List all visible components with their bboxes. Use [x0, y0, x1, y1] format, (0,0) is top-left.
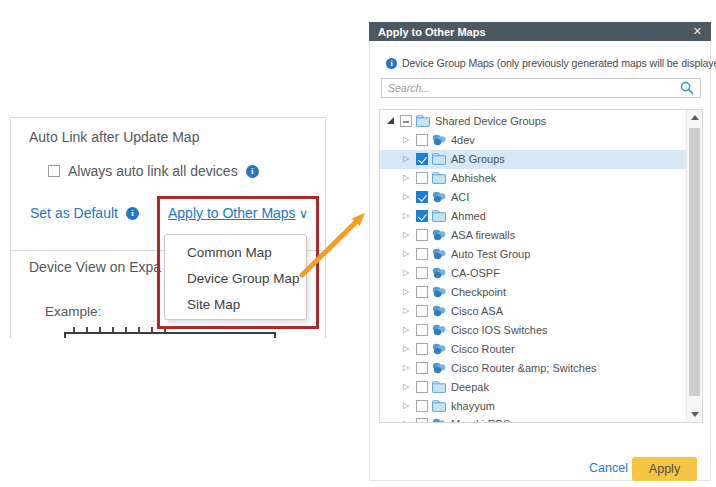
search-icon[interactable]: [680, 81, 694, 95]
folder-icon: [432, 210, 447, 222]
tree-item-label: ACI: [451, 191, 469, 203]
scrollbar-thumb[interactable]: [689, 128, 700, 396]
tree-item-ab-groups[interactable]: ▷AB Groups: [380, 150, 687, 169]
tree-item-label: Meraki-RPS: [451, 418, 510, 422]
tree-item-checkpoint[interactable]: ▷Checkpoint: [380, 282, 687, 301]
expand-toggle-icon[interactable]: ▷: [400, 250, 412, 258]
tree-item-ca-ospf[interactable]: ▷CA-OSPF: [380, 264, 687, 283]
expand-toggle-icon[interactable]: ▷: [400, 326, 412, 334]
section-title: Auto Link after Update Map: [29, 129, 199, 145]
tree-item-meraki-rps[interactable]: ▷Meraki-RPS: [380, 415, 687, 422]
expand-toggle-icon[interactable]: ▷: [400, 136, 412, 144]
set-as-default-link[interactable]: Set as Default: [30, 205, 118, 221]
search-box: [381, 78, 701, 98]
auto-link-checkbox[interactable]: [48, 165, 60, 177]
apply-to-other-maps-modal: Apply to Other Maps ✕ Device Group Maps …: [369, 22, 711, 481]
collapse-toggle-icon[interactable]: [384, 117, 396, 126]
checkbox-unchecked[interactable]: [416, 286, 428, 298]
tree-item-4dev[interactable]: ▷4dev: [380, 131, 687, 150]
modal-info-row: Device Group Maps (only previously gener…: [386, 57, 704, 69]
expand-toggle-icon[interactable]: ▷: [400, 420, 412, 422]
expand-toggle-icon[interactable]: ▷: [400, 402, 412, 410]
info-icon[interactable]: [246, 165, 259, 178]
apply-button[interactable]: Apply: [632, 457, 697, 481]
tree-item-deepak[interactable]: ▷Deepak: [380, 377, 687, 396]
auto-link-checkbox-label: Always auto link all devices: [68, 163, 238, 179]
tree-item-label: Deepak: [451, 381, 489, 393]
tree-item-abhishek[interactable]: ▷Abhishek: [380, 169, 687, 188]
expand-toggle-icon[interactable]: ▷: [400, 364, 412, 372]
checkbox-unchecked[interactable]: [416, 324, 428, 336]
tree-item-label: khayyum: [451, 400, 495, 412]
screenshot-canvas: Auto Link after Update Map Always auto l…: [0, 0, 716, 487]
search-input[interactable]: [382, 82, 680, 94]
tree-item-label: Auto Test Group: [451, 248, 530, 260]
folder-icon: [416, 115, 431, 127]
cancel-button[interactable]: Cancel: [589, 461, 628, 475]
tree-item-auto-test-group[interactable]: ▷Auto Test Group: [380, 245, 687, 264]
expand-toggle-icon[interactable]: ▷: [400, 231, 412, 239]
scroll-up-icon[interactable]: [691, 115, 699, 120]
example-label: Example:: [45, 304, 101, 319]
expand-toggle-icon[interactable]: ▷: [400, 269, 412, 277]
expand-toggle-icon[interactable]: ▷: [400, 155, 412, 163]
checkbox-unchecked[interactable]: [416, 418, 428, 422]
tree-scrollbar[interactable]: [686, 110, 702, 422]
checkbox-checked[interactable]: [416, 210, 428, 222]
expand-toggle-icon[interactable]: ▷: [400, 307, 412, 315]
folder-icon: [432, 172, 447, 184]
tree-item-khayyum[interactable]: ▷khayyum: [380, 396, 687, 415]
checkbox-unchecked[interactable]: [416, 229, 428, 241]
modal-header: Apply to Other Maps ✕: [369, 22, 711, 41]
checkbox-unchecked[interactable]: [416, 172, 428, 184]
tree-item-label: Cisco Router &amp; Switches: [451, 362, 597, 374]
checkbox-unchecked[interactable]: [416, 248, 428, 260]
checkbox-unchecked[interactable]: [416, 400, 428, 412]
tree-item-cisco-asa[interactable]: ▷Cisco ASA: [380, 301, 687, 320]
group-icon: [432, 248, 447, 260]
chevron-down-icon: ∨: [299, 206, 309, 221]
tree-item-asa-firewalls[interactable]: ▷ASA firewalls: [380, 226, 687, 245]
group-icon: [432, 191, 447, 203]
checkbox-unchecked[interactable]: [416, 362, 428, 374]
tree-item-label: Shared Device Groups: [435, 115, 546, 127]
close-icon[interactable]: ✕: [693, 26, 702, 37]
apply-to-other-maps-link[interactable]: Apply to Other Maps ∨: [168, 205, 308, 221]
device-group-tree: Shared Device Groups▷4dev▷AB Groups▷Abhi…: [379, 109, 703, 423]
device-view-section-title: Device View on Expa: [29, 259, 161, 275]
tree-item-cisco-router[interactable]: ▷Cisco Router: [380, 339, 687, 358]
expand-toggle-icon[interactable]: ▷: [400, 193, 412, 201]
example-image: [64, 332, 276, 338]
expand-toggle-icon[interactable]: ▷: [400, 174, 412, 182]
group-icon: [432, 286, 447, 298]
info-icon: [386, 58, 397, 69]
tree-item-label: Checkpoint: [451, 286, 506, 298]
expand-toggle-icon[interactable]: ▷: [400, 345, 412, 353]
checkbox-unchecked[interactable]: [416, 343, 428, 355]
checkbox-checked[interactable]: [416, 191, 428, 203]
auto-link-checkbox-row: Always auto link all devices: [48, 163, 259, 179]
checkbox-unchecked[interactable]: [416, 381, 428, 393]
apply-to-other-maps-label: Apply to Other Maps: [168, 205, 296, 221]
scroll-down-icon[interactable]: [691, 412, 699, 417]
checkbox-unchecked[interactable]: [416, 267, 428, 279]
tree-item-aci[interactable]: ▷ACI: [380, 188, 687, 207]
menu-item-common-map[interactable]: Common Map: [165, 240, 306, 266]
checkbox-unchecked[interactable]: [416, 305, 428, 317]
checkbox-checked[interactable]: [416, 153, 428, 165]
tree-item-cisco-router-amp-switches[interactable]: ▷Cisco Router &amp; Switches: [380, 358, 687, 377]
group-icon: [432, 343, 447, 355]
expand-toggle-icon[interactable]: ▷: [400, 288, 412, 296]
checkbox-indeterminate[interactable]: [400, 115, 412, 127]
menu-item-site-map[interactable]: Site Map: [165, 292, 306, 318]
info-icon[interactable]: [126, 207, 139, 220]
checkbox-unchecked[interactable]: [416, 134, 428, 146]
expand-toggle-icon[interactable]: ▷: [400, 212, 412, 220]
tree-item-shared-device-groups[interactable]: Shared Device Groups: [380, 112, 687, 131]
tree-item-cisco-ios-switches[interactable]: ▷Cisco IOS Switches: [380, 320, 687, 339]
expand-toggle-icon[interactable]: ▷: [400, 383, 412, 391]
folder-icon: [432, 153, 447, 165]
tree-item-ahmed[interactable]: ▷Ahmed: [380, 207, 687, 226]
group-icon: [432, 362, 447, 374]
menu-item-device-group-map[interactable]: Device Group Map: [165, 266, 306, 292]
